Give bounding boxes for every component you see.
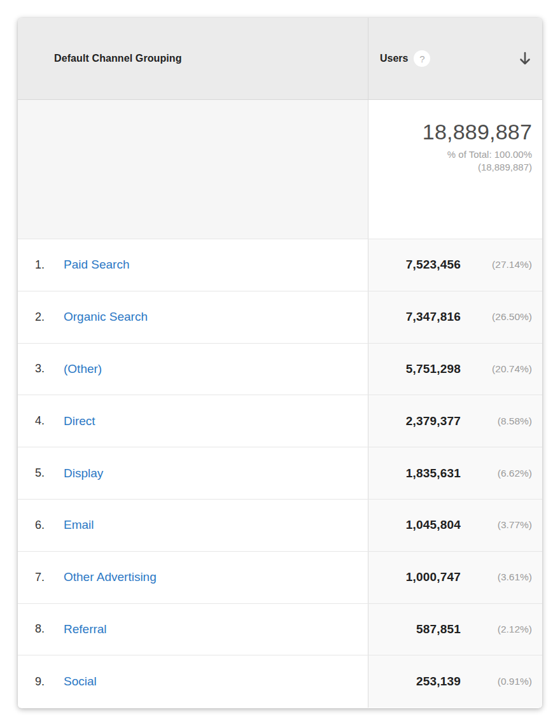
channel-link[interactable]: Paid Search — [64, 258, 130, 272]
metric-cell: 1,000,747 (3.61%) — [368, 552, 542, 603]
dimension-cell: 3. (Other) — [18, 344, 368, 395]
users-percent: (2.12%) — [466, 624, 532, 635]
users-percent: (26.50%) — [466, 311, 532, 323]
dimension-column-header-cell: Default Channel Grouping — [18, 18, 368, 99]
table-row: 6. Email 1,045,804 (3.77%) — [18, 500, 542, 552]
channel-link[interactable]: Other Advertising — [64, 570, 157, 584]
metric-cell: 2,379,377 (8.58%) — [368, 395, 542, 447]
row-rank: 9. — [35, 675, 64, 689]
dimension-cell: 1. Paid Search — [18, 239, 368, 291]
users-value: 7,347,816 — [368, 310, 466, 324]
total-users-value: 18,889,887 — [368, 120, 532, 144]
dimension-cell: 4. Direct — [18, 395, 368, 447]
metric-cell: 587,851 (2.12%) — [368, 604, 542, 655]
channel-link[interactable]: Social — [64, 675, 97, 689]
percent-of-total-label: % of Total: 100.00% — [368, 148, 532, 161]
metric-cell: 253,139 (0.91%) — [368, 655, 542, 708]
metric-cell: 5,751,298 (20.74%) — [368, 344, 542, 395]
metric-column-header-cell: Users ? — [368, 18, 542, 99]
users-value: 1,000,747 — [368, 570, 466, 584]
users-percent: (20.74%) — [466, 363, 532, 375]
metric-cell: 7,523,456 (27.14%) — [368, 239, 542, 291]
dimension-cell: 2. Organic Search — [18, 291, 368, 343]
users-percent: (3.77%) — [466, 519, 532, 531]
summary-row: 18,889,887 % of Total: 100.00% (18,889,8… — [18, 100, 542, 239]
table-row: 4. Direct 2,379,377 (8.58%) — [18, 395, 542, 447]
users-percent: (6.62%) — [466, 468, 532, 479]
summary-metric-cell: 18,889,887 % of Total: 100.00% (18,889,8… — [368, 100, 542, 239]
table-row: 2. Organic Search 7,347,816 (26.50%) — [18, 291, 542, 344]
dimension-cell: 6. Email — [18, 500, 368, 551]
users-percent: (8.58%) — [466, 416, 532, 427]
dimension-cell: 5. Display — [18, 447, 368, 499]
sort-descending-icon[interactable] — [518, 51, 532, 66]
table-row: 7. Other Advertising 1,000,747 (3.61%) — [18, 552, 542, 604]
table-row: 5. Display 1,835,631 (6.62%) — [18, 447, 542, 500]
dimension-cell: 8. Referral — [18, 604, 368, 655]
channel-link[interactable]: Direct — [64, 414, 95, 428]
channel-link[interactable]: Referral — [64, 622, 107, 636]
table-row: 8. Referral 587,851 (2.12%) — [18, 604, 542, 656]
users-value: 7,523,456 — [368, 258, 466, 272]
channel-link[interactable]: Organic Search — [64, 310, 148, 324]
users-value: 1,045,804 — [368, 518, 466, 532]
row-rank: 5. — [35, 466, 64, 480]
users-value: 5,751,298 — [368, 362, 466, 376]
row-rank: 4. — [35, 414, 64, 428]
row-rank: 7. — [35, 571, 64, 584]
dimension-cell: 9. Social — [18, 655, 368, 708]
users-value: 587,851 — [368, 622, 466, 636]
users-percent: (27.14%) — [466, 259, 532, 270]
row-rank: 3. — [35, 362, 64, 375]
row-rank: 8. — [35, 622, 64, 636]
metric-cell: 1,835,631 (6.62%) — [368, 447, 542, 499]
table-row: 3. (Other) 5,751,298 (20.74%) — [18, 344, 542, 396]
table-body: 1. Paid Search 7,523,456 (27.14%) 2. Org… — [18, 239, 542, 708]
users-value: 2,379,377 — [368, 414, 466, 428]
row-rank: 1. — [35, 258, 64, 272]
total-users-repeat: (18,889,887) — [368, 161, 532, 174]
help-icon[interactable]: ? — [414, 50, 430, 67]
dimension-column-header[interactable]: Default Channel Grouping — [54, 53, 182, 64]
metric-cell: 7,347,816 (26.50%) — [368, 291, 542, 343]
table-row: 9. Social 253,139 (0.91%) — [18, 655, 542, 708]
users-value: 1,835,631 — [368, 466, 466, 480]
channel-grouping-table: Default Channel Grouping Users ? 18,889,… — [18, 18, 542, 708]
row-rank: 6. — [35, 519, 64, 532]
summary-dimension-cell — [18, 100, 368, 239]
users-percent: (0.91%) — [466, 676, 532, 687]
table-header-row: Default Channel Grouping Users ? — [18, 18, 542, 100]
row-rank: 2. — [35, 311, 64, 324]
table-row: 1. Paid Search 7,523,456 (27.14%) — [18, 239, 542, 291]
metric-cell: 1,045,804 (3.77%) — [368, 500, 542, 551]
channel-link[interactable]: Email — [64, 518, 94, 532]
channel-link[interactable]: (Other) — [64, 362, 102, 376]
users-value: 253,139 — [368, 675, 466, 689]
channel-link[interactable]: Display — [64, 466, 103, 480]
users-percent: (3.61%) — [466, 571, 532, 583]
dimension-cell: 7. Other Advertising — [18, 552, 368, 603]
metric-column-header[interactable]: Users — [380, 53, 408, 64]
